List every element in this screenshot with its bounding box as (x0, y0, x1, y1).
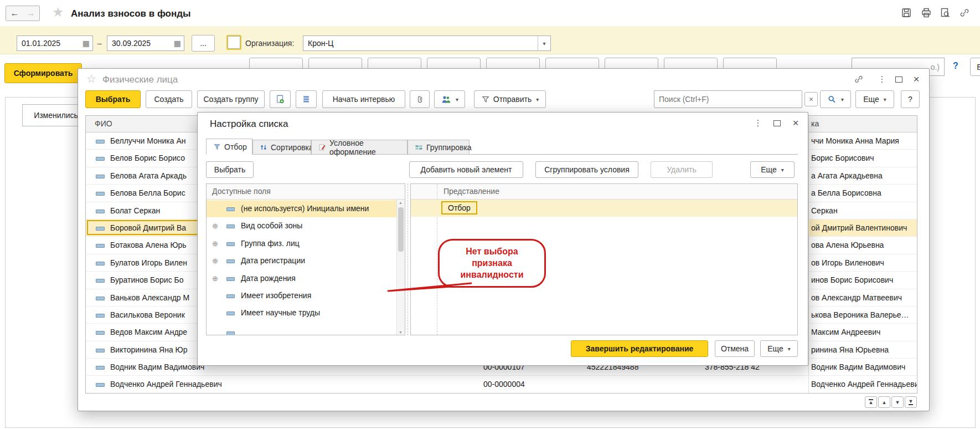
users-menu-button[interactable]: ▾ (434, 90, 465, 108)
field-item[interactable]: ⊕ Дата регистрации (207, 252, 397, 269)
go-next-button[interactable]: ▼ (891, 396, 904, 408)
close-icon[interactable]: × (789, 117, 802, 129)
person-name: Викторинина Яна Юр (110, 345, 188, 354)
scroll-up-icon[interactable]: ▲ (399, 201, 403, 205)
maximize-icon[interactable] (770, 117, 783, 129)
person-icon (96, 314, 105, 318)
finish-editing-button[interactable]: Завершить редактирование (571, 340, 708, 357)
send-label: Отправить (493, 95, 532, 104)
funnel-icon (481, 95, 490, 104)
choose-field-button[interactable]: Выбрать (206, 161, 254, 178)
help-button[interactable]: ? (953, 61, 958, 71)
field-item-partial[interactable] (207, 322, 397, 335)
settings-more-button[interactable]: Еще ▾ (750, 161, 795, 178)
expand-icon[interactable]: ⊕ (212, 239, 218, 248)
list-icon (302, 95, 311, 104)
organization-checkbox[interactable] (228, 36, 240, 49)
tab-grouping[interactable]: Группировка (408, 140, 470, 155)
person-icon (96, 262, 105, 265)
generate-button[interactable]: Сформировать (4, 63, 82, 83)
chevron-down-icon[interactable]: ▾ (538, 36, 550, 50)
save-icon[interactable] (901, 7, 912, 18)
tab-conditional-format[interactable]: Условное оформление (311, 140, 408, 155)
kebab-menu-icon[interactable]: ⋮ (751, 117, 765, 129)
search-menu-button[interactable]: ▾ (820, 90, 851, 108)
person-name: Водченко Андрей Геннадьевич (110, 380, 222, 389)
person-icon (96, 331, 105, 335)
field-item-selected[interactable]: (не используется) Инициалы имени (207, 200, 397, 217)
calendar-icon[interactable]: ▦ (82, 39, 90, 48)
date-from-field[interactable]: 01.01.2025 ▦ (17, 35, 93, 51)
tab-filter[interactable]: Отбор (206, 139, 252, 155)
link-icon[interactable] (959, 7, 970, 18)
go-previous-button[interactable]: ▲ (878, 396, 890, 408)
panel-splitter[interactable] (408, 183, 409, 335)
edge-more-button[interactable]: Е (970, 58, 980, 76)
favorite-star-icon[interactable]: ★ (52, 4, 64, 20)
field-item[interactable]: ⊕ Группа физ. лиц (207, 235, 397, 252)
period-ellipsis-button[interactable]: ... (192, 35, 215, 52)
select-button[interactable]: Выбрать (85, 90, 141, 108)
table-row[interactable]: Водченко Андрей Геннадьевич 00-0000004 В… (86, 376, 917, 393)
app-window: ← → ★ Анализ взносов в фонды 01.01.2025 … (0, 0, 980, 429)
person-name: Белова Агата Аркадь (110, 171, 187, 180)
create-new-icon-button[interactable] (270, 90, 291, 108)
help-label: ? (908, 95, 912, 104)
condition-cell-selected[interactable]: Отбор (441, 201, 477, 214)
person-icon (96, 349, 105, 353)
scroll-down-icon[interactable]: ▼ (399, 330, 403, 334)
more-button[interactable]: Еще ▾ (855, 90, 894, 108)
expand-icon[interactable]: ⊕ (212, 257, 218, 265)
expand-icon[interactable]: ⊕ (212, 222, 218, 230)
nav-back-button[interactable]: ← (6, 6, 24, 21)
tab-sort[interactable]: Сортировка (252, 140, 311, 155)
go-first-button[interactable]: ▲ (865, 396, 877, 408)
create-button[interactable]: Создать (146, 90, 192, 108)
person-name: Буратинов Борис Бо (110, 275, 184, 284)
nav-forward-button[interactable]: → (22, 6, 40, 21)
search-clear-button[interactable]: × (804, 92, 818, 106)
arrow-up-bar-icon: ▲ (869, 399, 874, 405)
close-icon[interactable]: × (910, 73, 923, 85)
person-name: Ваньков Александр М (110, 293, 189, 302)
create-group-button[interactable]: Создать группу (197, 90, 265, 108)
delete-button[interactable]: Удалить (651, 161, 713, 178)
organization-combo[interactable]: Крон-Ц ▾ (303, 35, 551, 51)
scrollbar-thumb[interactable] (398, 207, 404, 252)
cancel-button[interactable]: Отмена (715, 340, 755, 357)
field-item[interactable]: Имеет изобретения (207, 287, 397, 304)
field-item[interactable]: ⊕ Вид особой зоны (207, 217, 397, 234)
arrow-up-icon: ▲ (882, 400, 887, 405)
field-label: Имеет изобретения (241, 291, 311, 300)
field-dash-icon (226, 277, 235, 281)
print-icon[interactable] (921, 7, 932, 18)
calendar-icon[interactable]: ▦ (174, 39, 181, 48)
go-last-button[interactable]: ▼ (905, 396, 917, 408)
condition-row[interactable]: Отбор (411, 200, 797, 217)
field-item[interactable]: Имеет научные труды (207, 304, 397, 321)
group-conditions-button[interactable]: Сгруппировать условия (535, 161, 638, 178)
dialog-help-button[interactable]: ? (901, 90, 920, 108)
maximize-icon[interactable] (892, 73, 905, 85)
expand-icon[interactable]: ⊕ (212, 274, 218, 283)
start-interview-button[interactable]: Начать интервью (322, 90, 405, 108)
sort-tab-icon (260, 144, 267, 151)
send-button[interactable]: Отправить ▾ (474, 90, 546, 108)
footer-more-button[interactable]: Еще ▾ (760, 340, 798, 357)
person-name-right: ова Алена Юрьевна (811, 241, 884, 249)
dialog-star-icon[interactable]: ☆ (86, 72, 96, 85)
preview-icon[interactable] (940, 7, 951, 18)
date-to-field[interactable]: 30.09.2025 ▦ (107, 35, 184, 51)
add-element-button[interactable]: Добавить новый элемент (409, 161, 523, 178)
person-name-right: ринина Яна Юрьевна (811, 345, 889, 354)
settings-dialog-title: Настройка списка (210, 119, 288, 130)
attachment-button[interactable] (410, 90, 430, 108)
filter-tab-icon (213, 143, 221, 151)
list-view-icon-button[interactable] (296, 90, 317, 108)
field-item[interactable]: ⊕ Дата рождения (207, 270, 397, 287)
get-link-icon[interactable] (852, 73, 865, 85)
kebab-menu-icon[interactable]: ⋮ (875, 73, 889, 85)
tab-label: Группировка (426, 143, 472, 152)
persons-dialog-title: Физические лица (102, 74, 178, 85)
search-input[interactable] (654, 90, 802, 108)
